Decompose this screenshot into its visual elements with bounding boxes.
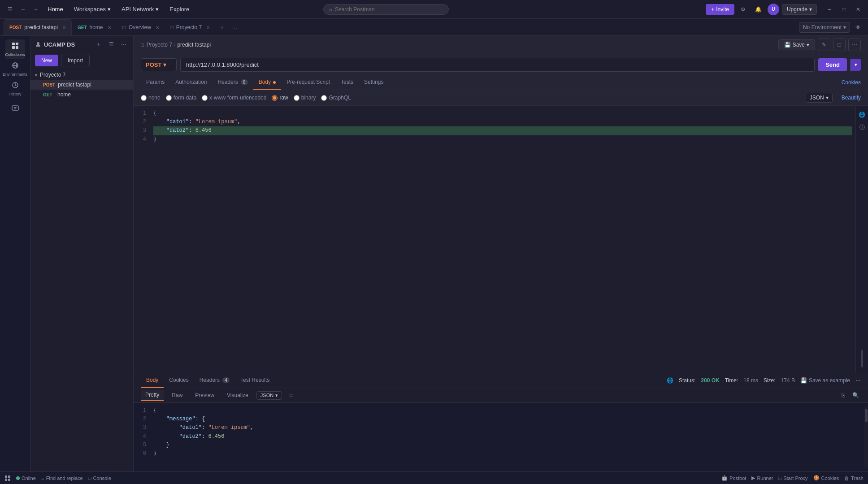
sidebar-item-mock[interactable] xyxy=(5,99,25,118)
environment-selector[interactable]: No Environment ▾ xyxy=(799,22,850,33)
sidebar-item-collections[interactable]: Collections xyxy=(5,39,25,59)
request-item-home[interactable]: GET home xyxy=(30,90,133,99)
send-button[interactable]: Send xyxy=(818,58,847,71)
notifications-button[interactable]: 🔔 xyxy=(752,3,765,16)
sidebar-item-history[interactable]: History xyxy=(5,79,25,99)
send-dropdown-button[interactable]: ▾ xyxy=(851,59,861,71)
runner-button[interactable]: ▶ Runner xyxy=(751,475,773,481)
share-button[interactable]: □ xyxy=(833,39,846,51)
forward-button[interactable]: → xyxy=(30,4,41,15)
workspace-label: UCAMP DS xyxy=(44,41,91,48)
nav-explore[interactable]: Explore xyxy=(165,4,194,14)
body-option-raw[interactable]: raw xyxy=(272,95,288,101)
search-button[interactable]: 🔍 xyxy=(850,390,861,401)
tab-close-icon[interactable]: ✕ xyxy=(108,25,111,30)
new-button[interactable]: New xyxy=(35,55,58,66)
hamburger-menu[interactable]: ☰ xyxy=(4,3,16,16)
resp-inner-tab-preview[interactable]: Preview xyxy=(191,390,219,400)
tab-predict-fastapi[interactable]: POST predict fastapi ✕ xyxy=(4,19,72,35)
globe-icon[interactable]: 🌐 xyxy=(857,109,868,120)
import-button[interactable]: Import xyxy=(61,55,90,66)
body-option-binary[interactable]: binary xyxy=(294,95,316,101)
more-button[interactable]: ⋯ xyxy=(855,377,861,384)
postbot-button[interactable]: 🤖 Postbot xyxy=(721,475,746,481)
add-collection-button[interactable]: + xyxy=(94,39,104,49)
filter-icon[interactable]: ≣ xyxy=(286,390,296,401)
nav-workspaces[interactable]: Workspaces ▾ xyxy=(69,4,115,14)
upgrade-button[interactable]: Upgrade ▾ xyxy=(782,4,817,15)
save-button[interactable]: 💾 Save ▾ xyxy=(778,39,815,50)
resp-inner-tab-raw[interactable]: Raw xyxy=(167,390,187,400)
top-nav: ☰ ← → Home Workspaces ▾ API Network ▾ Ex… xyxy=(0,0,868,19)
bottom-layout-button[interactable] xyxy=(4,475,11,481)
json-badge[interactable]: JSON ▾ xyxy=(256,391,282,400)
resp-tab-body[interactable]: Body xyxy=(141,373,164,388)
trash-button[interactable]: 🗑 Trash xyxy=(844,475,864,481)
nav-api-network[interactable]: API Network ▾ xyxy=(117,4,163,14)
url-input[interactable] xyxy=(180,58,815,72)
main-layout: Collections Environments History xyxy=(0,36,868,471)
copy-button[interactable]: ⎘ xyxy=(838,390,848,401)
tab-close-icon[interactable]: ✕ xyxy=(206,25,210,30)
sort-button[interactable]: ☰ xyxy=(106,39,116,49)
add-tab-button[interactable]: + xyxy=(216,21,228,34)
find-replace-button[interactable]: ⌕ Find and replace xyxy=(41,475,83,481)
edit-button[interactable]: ✎ xyxy=(818,39,830,51)
tab-overview[interactable]: □ Overview ✕ xyxy=(117,19,165,35)
minimize-button[interactable]: ‒ xyxy=(823,3,836,16)
search-bar[interactable]: ⌕ xyxy=(323,4,449,15)
collection-proyecto7[interactable]: ▾ Proyecto 7 xyxy=(30,70,133,80)
workspace-icon xyxy=(35,41,41,48)
breadcrumb-current: predict fastapi xyxy=(177,42,211,48)
tab-settings[interactable]: Settings xyxy=(359,75,389,90)
more-tabs-button[interactable]: … xyxy=(228,21,241,34)
invite-button[interactable]: + Invite xyxy=(706,4,734,15)
request-item-predict[interactable]: POST predict fastapi xyxy=(30,80,133,90)
history-icon xyxy=(11,81,19,89)
cookies-bottom-button[interactable]: 🍪 Cookies xyxy=(813,475,839,481)
save-example-button[interactable]: 💾 Save as example xyxy=(800,377,850,384)
resp-inner-tab-visualize[interactable]: Visualize xyxy=(222,390,253,400)
tab-home[interactable]: GET home ✕ xyxy=(72,19,117,35)
settings-button[interactable]: ⚙ xyxy=(737,3,750,16)
body-option-urlencoded[interactable]: x-www-form-urlencoded xyxy=(202,95,266,101)
eye-icon[interactable]: 👁 xyxy=(852,21,864,34)
tab-tests[interactable]: Tests xyxy=(335,75,359,90)
more-options-button[interactable]: ⋯ xyxy=(119,39,129,49)
body-option-graphql[interactable]: GraphQL xyxy=(321,95,351,101)
cookies-link[interactable]: Cookies xyxy=(842,79,861,86)
sidebar-item-environments[interactable]: Environments xyxy=(5,59,25,79)
resp-tab-headers[interactable]: Headers 4 xyxy=(194,373,235,388)
tab-body[interactable]: Body xyxy=(253,75,282,90)
tab-headers[interactable]: Headers 8 xyxy=(212,75,253,90)
environments-icon xyxy=(11,61,19,69)
body-option-formdata[interactable]: form-data xyxy=(166,95,196,101)
beautify-button[interactable]: Beautify xyxy=(842,95,861,101)
search-icon: ⌕ xyxy=(329,6,332,13)
tab-proyecto7[interactable]: □ Proyecto 7 ✕ xyxy=(165,19,216,35)
tab-close-icon[interactable]: ✕ xyxy=(156,25,159,30)
info-icon[interactable]: ⓘ xyxy=(857,122,868,133)
resp-inner-tab-pretty[interactable]: Pretty xyxy=(141,390,164,401)
search-input[interactable] xyxy=(335,6,425,13)
tab-authorization[interactable]: Authorization xyxy=(170,75,212,90)
body-option-none[interactable]: none xyxy=(141,95,161,101)
close-button[interactable]: ✕ xyxy=(852,3,864,16)
nav-home[interactable]: Home xyxy=(43,4,68,14)
resp-tab-test-results[interactable]: Test Results xyxy=(235,373,275,388)
maximize-button[interactable]: □ xyxy=(838,3,850,16)
tab-close-icon[interactable]: ✕ xyxy=(62,25,66,30)
avatar[interactable]: U xyxy=(768,4,779,15)
start-proxy-button[interactable]: □ Start Proxy xyxy=(778,475,807,481)
method-selector[interactable]: POST ▾ xyxy=(141,58,177,71)
chevron-down-icon: ▾ xyxy=(843,24,846,30)
json-format-selector[interactable]: JSON ▾ xyxy=(806,93,833,103)
back-button[interactable]: ← xyxy=(18,4,29,15)
more-button[interactable]: ⋯ xyxy=(848,39,861,51)
console-button[interactable]: □ Console xyxy=(88,475,111,481)
tab-prerequest[interactable]: Pre-request Script xyxy=(281,75,335,90)
request-body-editor[interactable]: 1 2 3 4 { "dato1": "Lorem ipsum", "dato2… xyxy=(134,106,855,373)
resp-tab-cookies[interactable]: Cookies xyxy=(164,373,194,388)
bottom-right: 🤖 Postbot ▶ Runner □ Start Proxy 🍪 Cooki… xyxy=(721,475,864,481)
tab-params[interactable]: Params xyxy=(141,75,170,90)
